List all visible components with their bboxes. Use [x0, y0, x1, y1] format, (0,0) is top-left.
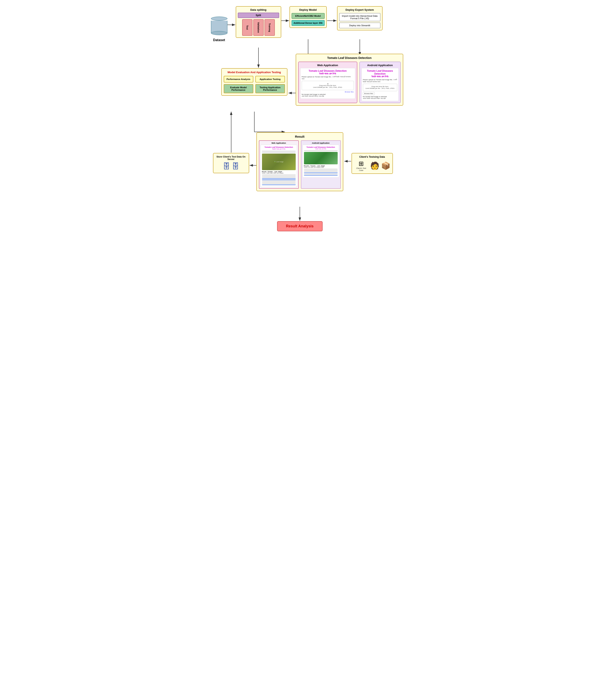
leaf-image-web: 🍃 Leaf Image	[262, 154, 296, 170]
test-case-icon: ⊞ Client's Test Case	[354, 160, 369, 172]
android-result-bangla-label: ফলাফল: লেট ব্লাইট রোগ আক্রান্ত টমেটো	[304, 167, 338, 168]
cylinder-top	[211, 17, 227, 21]
server-icon-1: 🗄	[223, 162, 230, 171]
spacer-8	[262, 181, 296, 182]
client-test-icons: ⊞ Client's Test Case 🧑 📦	[354, 160, 390, 172]
android-disease-title: Tomato Leaf Diseases Detection	[363, 69, 397, 75]
testing-app-perf-box: Testing Application Performance	[256, 84, 285, 93]
a-spacer-1	[304, 150, 338, 151]
server-icons: 🗄 🗄	[216, 162, 247, 171]
eval-grid: Performance Analysis Evaluate Model Perf…	[224, 76, 285, 93]
box-icon: 📦	[381, 161, 390, 170]
drag-text: Drag and drop file here	[304, 85, 352, 86]
android-bangla-title: টমেটো পাতার রোগ নির্ণয়	[363, 75, 397, 78]
android-app-content: Tomato Leaf Diseases Detection টমেটো পাত…	[361, 68, 399, 101]
deploy-expert-title: Deploy Expert System	[339, 8, 380, 12]
data-splitting-box: Data spliting Split Test Validation Trai…	[236, 6, 281, 38]
a-spacer-2	[304, 169, 338, 169]
result-analysis-box: Result Analysis	[277, 221, 323, 231]
android-result-app-title: Android Application	[303, 142, 339, 144]
android-limit-text: Limit 200MB per file - JPG, PNG, JPEG	[365, 87, 395, 89]
spacer-5	[262, 177, 296, 178]
android-result-screenshot: Tomato Leaf Diseases Detection টমেটো পাত…	[303, 145, 339, 178]
cylinder-bottom	[211, 31, 227, 35]
spacer-7	[262, 179, 296, 180]
android-instruction: Please upload an Tomato leaf image file.…	[363, 79, 397, 83]
eval-model-box: Evaluate Model Performance	[224, 84, 253, 93]
web-instruction: Please upload an Tomato leaf image file.…	[302, 76, 354, 80]
a-spacer-7	[304, 175, 338, 176]
bangla-no-image: থেকে টমেটো পাতার ছবি বিভিন্ন করে হচ্ছি	[302, 95, 354, 97]
dataset-cylinder: Dataset	[211, 17, 227, 42]
a-spacer-6	[304, 174, 338, 175]
web-result-bangla-label: ফলাফল : টমেটো দেরিতে ব্লাইট রোগ আক্রান্ত	[262, 173, 296, 174]
spacer-2	[262, 152, 296, 153]
drag-icon: ☁	[304, 83, 352, 85]
model-eval-title: Model Evaluation And Application Testing	[224, 71, 285, 74]
apps-grid: Web Application Tomato Leaf Diseases Det…	[298, 62, 401, 103]
web-app-bangla-title: টমেটো পাতার রোগ নির্ণয়	[302, 72, 354, 75]
android-drag-text: Drag and drop file here	[365, 86, 395, 87]
spacer-9	[262, 182, 296, 183]
web-result-box: Web Application Tomato Leaf Diseases Det…	[259, 140, 299, 189]
grid-icon: ⊞	[354, 160, 369, 167]
app-testing-box: Application Testing	[256, 76, 285, 83]
spacer-11	[262, 184, 296, 185]
leaf-image-android	[304, 152, 338, 164]
android-result-label: Results - Tomato__Late_blight	[304, 165, 338, 167]
web-result-disease-title: Tomato Leaf Diseases Detection	[262, 146, 296, 148]
web-app-content: Tomato Leaf Diseases Detection টমেটো পাত…	[300, 68, 355, 99]
arrows-overlay	[209, 4, 408, 231]
web-app-title: Web Application	[300, 64, 355, 67]
leaf-img-label: 🍃 Leaf Image	[274, 161, 284, 163]
android-browse-btn[interactable]: Browse files	[363, 92, 375, 95]
model-eval-box: Model Evaluation And Application Testing…	[221, 68, 287, 96]
android-app-title: Android Application	[361, 64, 399, 67]
main-diagram: Dataset Data spliting Split Test Validat…	[209, 4, 408, 231]
android-result-title: Tomato Leaf Diseases Detection	[304, 146, 338, 148]
web-result-screenshot: Tomato Leaf Diseases Detection উমেটো পাত…	[261, 145, 297, 187]
web-result-bangla: উমেটো পাতার রোগ নির্ণয়	[262, 148, 296, 150]
android-result-box: Android Application Tomato Leaf Diseases…	[301, 140, 341, 189]
result-analysis-text: Result Analysis	[280, 224, 320, 228]
android-drag-drop-area[interactable]: Drag and drop file here Limit 200MB per …	[363, 84, 397, 91]
server-icon-2: 🗄	[232, 162, 239, 171]
perf-analysis-box: Performance Analysis	[224, 76, 253, 83]
training-split: Training	[264, 19, 275, 36]
spacer-1	[262, 151, 296, 152]
android-result-bangla-title: টমেটো পাতার রোগ নির্ণয়	[304, 148, 338, 150]
web-result-label: Result : Tomato__Late_blight	[262, 171, 296, 173]
dense-box: Additional Dense layer 256	[291, 20, 325, 26]
store-client-box: Store Client's Test Data On Server 🗄 🗄	[213, 153, 249, 173]
result-title: Result	[259, 135, 341, 138]
data-splitting-title: Data spliting	[238, 8, 279, 12]
deploy-model-title: Deploy Model	[291, 8, 325, 12]
split-box: Split	[238, 13, 279, 18]
result-box: Result Web Application Tomato Leaf Disea…	[257, 132, 343, 191]
test-split: Test	[242, 19, 252, 36]
eval-col-1: Performance Analysis Evaluate Model Perf…	[224, 76, 253, 93]
store-title: Store Client's Test Data On Server	[216, 156, 247, 160]
spacer-10	[262, 183, 296, 184]
spacer-6	[262, 178, 296, 179]
test-case-label: Client's Test Case	[354, 167, 369, 172]
android-no-image: No tomato leaf image is selected	[363, 96, 397, 97]
android-app-box: Android Application Tomato Leaf Diseases…	[359, 62, 401, 103]
web-app-box: Web Application Tomato Leaf Diseases Det…	[298, 62, 357, 103]
deploy-model-box: Deploy Model EfficientNetV2B2 Model Addi…	[289, 6, 327, 28]
tomato-detection-title: Tomato Leaf Diseases Detection	[298, 56, 401, 60]
tomato-detection-box: Tomato Leaf Diseases Detection Web Appli…	[296, 54, 403, 106]
split-items: Test Validation Training	[238, 19, 279, 36]
a-spacer-5	[304, 173, 338, 173]
android-bangla-no-image: কোনো টমেটো পাতার ছবি নির্বাচন করা হয়নি	[363, 97, 397, 100]
spacer-4	[262, 176, 296, 177]
client-test-box: Client's Testsing Data ⊞ Client's Test C…	[352, 153, 393, 174]
streamlit-box: Deploy into Streamlit	[339, 23, 380, 28]
deploy-expert-box: Deploy Expert System Import model into H…	[337, 6, 382, 30]
drag-drop-area[interactable]: ☁ Drag and drop file here Limit 200MB pe…	[302, 81, 354, 90]
dataset-label: Dataset	[211, 38, 227, 42]
web-result-app-title: Web Application	[261, 142, 297, 144]
spacer-3	[262, 175, 296, 175]
browse-files-btn[interactable]: Browse files	[302, 91, 354, 93]
result-apps: Web Application Tomato Leaf Diseases Det…	[259, 140, 341, 189]
